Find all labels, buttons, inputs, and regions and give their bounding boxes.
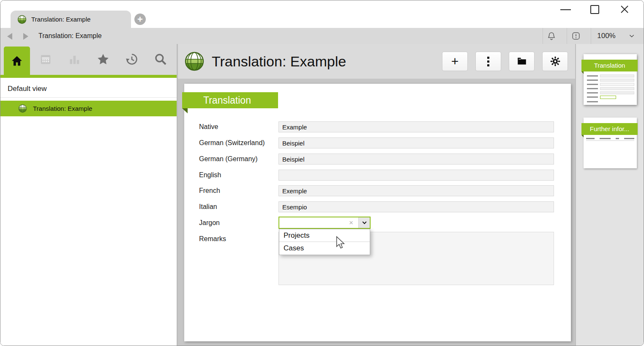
chevron-down-icon (361, 220, 368, 225)
thumbnail-further-information[interactable]: Further infor... (584, 118, 637, 168)
field-label-german-germany: German (Germany) (199, 154, 277, 165)
menu-expand-button[interactable] (628, 33, 636, 39)
alerts-button[interactable] (571, 31, 581, 41)
ribbon-fold (581, 135, 584, 137)
app-window: Translation: Example + Translation: Exam… (0, 0, 644, 346)
search-icon (154, 52, 167, 66)
clear-icon[interactable]: × (347, 217, 355, 228)
dropdown-option-projects[interactable]: Projects (279, 229, 370, 242)
maximize-button[interactable] (590, 5, 599, 14)
minimize-button[interactable] (560, 9, 571, 10)
star-icon (96, 52, 110, 66)
folder-button[interactable] (509, 52, 535, 71)
thumbnail-translation[interactable]: Translation (584, 54, 637, 105)
kebab-icon (487, 57, 489, 66)
add-button[interactable]: + (442, 52, 468, 71)
tab-title: Translation: Example (31, 16, 90, 23)
field-german-germany[interactable] (278, 154, 554, 165)
globe-icon (18, 104, 27, 113)
page-thumbnails-panel: Translation Further infor... (576, 44, 644, 346)
main-panel: Translation: Example + (178, 44, 575, 346)
dropdown-option-cases[interactable]: Cases (279, 242, 370, 255)
thumbnail-preview (586, 138, 634, 141)
bar-chart-icon (68, 53, 81, 66)
tab-reports[interactable] (66, 51, 83, 68)
sidebar-item-label: Translation: Example (33, 105, 92, 112)
page-header: Translation: Example + (178, 44, 575, 79)
calendar-icon (39, 53, 52, 66)
jargon-combobox: × (278, 217, 371, 229)
gear-icon (550, 56, 561, 67)
globe-icon (17, 15, 27, 24)
plus-icon: + (451, 54, 459, 69)
sidebar-accent-strip (0, 75, 177, 78)
document-tab[interactable]: Translation: Example (11, 11, 131, 28)
title-bar: Translation: Example + (0, 0, 644, 28)
field-french[interactable] (278, 185, 554, 196)
sidebar-item-translation[interactable]: Translation: Example (0, 101, 177, 116)
field-label-remarks: Remarks (199, 233, 277, 244)
ribbon-fold (581, 71, 584, 74)
field-label-italian: Italian (199, 201, 277, 212)
divider (567, 28, 567, 44)
field-label-native: Native (199, 121, 277, 132)
plus-icon: + (137, 15, 143, 24)
jargon-input[interactable] (279, 217, 358, 228)
tab-history[interactable] (123, 51, 140, 68)
thumbnail-title: Translation (581, 60, 638, 71)
tab-home[interactable] (4, 47, 30, 75)
divider (591, 28, 591, 44)
jargon-dropdown-list: Projects Cases (279, 229, 370, 255)
section-tab-translation: Translation (182, 92, 278, 108)
sidebar-empty-area (0, 116, 177, 346)
tab-search[interactable] (152, 51, 169, 68)
navigation-bar: Translation: Example 100% (0, 28, 644, 44)
jargon-dropdown-button[interactable] (358, 217, 370, 228)
close-icon (619, 4, 630, 14)
form-card: Native German (Switzerland) German (Germ… (184, 84, 571, 341)
divider (0, 97, 177, 98)
chevron-down-icon (628, 33, 636, 39)
field-native[interactable] (278, 121, 554, 132)
field-italian[interactable] (278, 201, 554, 212)
new-tab-button[interactable]: + (134, 14, 146, 25)
field-label-english: English (199, 170, 277, 181)
breadcrumb: Translation: Example (38, 28, 102, 44)
page-title: Translation: Example (212, 44, 346, 79)
field-label-jargon: Jargon (199, 217, 277, 228)
more-actions-button[interactable] (475, 52, 501, 71)
warning-icon (571, 31, 581, 41)
settings-button[interactable] (542, 52, 568, 71)
field-german-switzerland[interactable] (278, 137, 554, 148)
folder-icon (516, 56, 527, 67)
field-english[interactable] (278, 170, 554, 181)
sidebar-tabbar (0, 44, 177, 75)
globe-icon (184, 51, 205, 71)
divider (543, 28, 543, 44)
thumbnail-preview (587, 74, 634, 104)
zoom-level[interactable]: 100% (594, 28, 619, 44)
close-button[interactable] (619, 4, 630, 14)
field-label-french: French (199, 185, 277, 196)
back-button[interactable] (7, 33, 12, 40)
tab-favorites[interactable] (95, 51, 112, 68)
page-content: Translation Native German (Switzerland) … (178, 79, 575, 346)
thumbnail-title: Further infor... (581, 123, 638, 135)
notifications-button[interactable] (546, 31, 557, 41)
tab-calendar[interactable] (37, 51, 54, 68)
bell-icon (546, 31, 557, 41)
forward-button[interactable] (23, 33, 28, 40)
history-icon (125, 52, 139, 66)
sidebar: Default view Translation: Example (0, 44, 177, 346)
view-label: Default view (0, 78, 177, 97)
field-label-german-switzerland: German (Switzerland) (199, 137, 277, 148)
home-icon (11, 55, 23, 67)
